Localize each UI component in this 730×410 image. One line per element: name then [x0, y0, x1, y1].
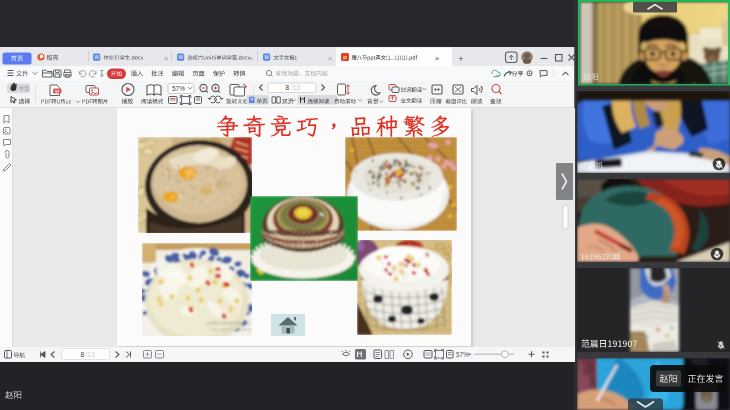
svg-text:8: 8 [285, 84, 289, 91]
svg-text:W: W [264, 54, 269, 60]
svg-text:×: × [164, 55, 168, 62]
svg-text:/13: /13 [86, 351, 95, 358]
svg-text:×: × [328, 55, 332, 62]
svg-text:×: × [249, 55, 253, 62]
svg-text:8: 8 [80, 351, 84, 358]
svg-text:57%: 57% [456, 351, 469, 358]
svg-text:W: W [94, 54, 99, 60]
svg-text:W: W [55, 89, 59, 94]
svg-text:×: × [435, 54, 440, 63]
svg-text:57%: 57% [172, 85, 185, 92]
svg-text:W: W [178, 54, 183, 60]
svg-text:/13: /13 [291, 84, 300, 91]
svg-text:+: + [458, 54, 463, 64]
svg-text:P: P [343, 55, 347, 61]
